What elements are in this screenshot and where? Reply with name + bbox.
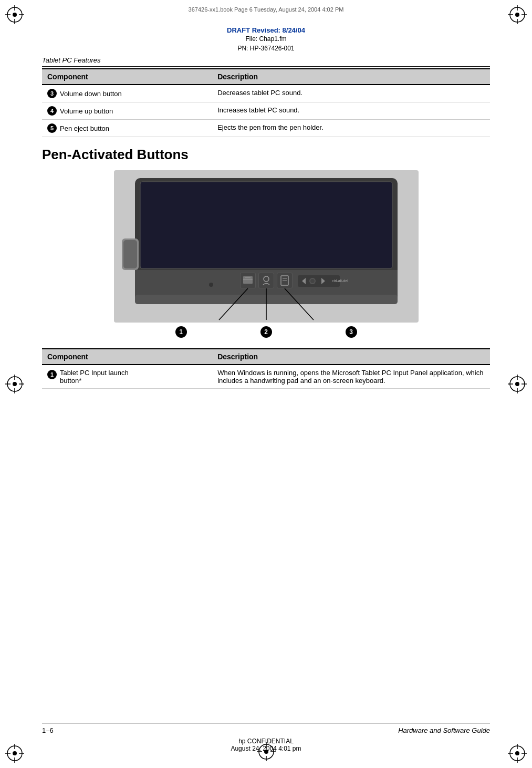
reg-mark-br [508,744,527,763]
footer-page-num: 1–6 [42,727,54,734]
svg-rect-51 [259,273,274,288]
section-heading: Pen-Activated Buttons [42,147,490,163]
table1-row2-desc: Increases tablet PC sound. [212,102,490,120]
svg-rect-38 [140,182,392,268]
callout-row: 1 2 3 [114,326,419,338]
svg-point-13 [13,751,17,755]
callout-2: 2 [260,326,272,338]
callout-3: 3 [346,326,357,338]
table1-row1-desc: Decreases tablet PC sound. [212,85,490,102]
svg-point-31 [515,382,519,386]
header-divider [42,66,490,67]
table1-row3-desc: Ejects the pen from the pen holder. [212,120,490,137]
svg-point-25 [13,382,17,386]
table2-header-component: Component [42,349,212,365]
top-file-info: 367426-xx1.book Page 6 Tuesday, August 2… [0,6,532,13]
svg-point-7 [515,13,519,17]
reg-mark-mr [508,375,527,393]
reg-mark-ml [5,375,24,393]
footer-content: 1–6 Hardware and Software Guide [42,727,490,734]
draft-title: DRAFT Revised: 8/24/04 [42,26,490,34]
table-row: 4 Volume up button Increases tablet PC s… [42,102,490,120]
main-content: Component Description 3 Volume down butt… [42,68,490,726]
svg-point-19 [515,751,519,755]
table2-row1-desc: When Windows is running, opens the Micro… [212,365,490,389]
table2-row1-component: 1 Tablet PC Input launchbutton* [42,365,212,389]
device-image-container: ctrl-alt-del 1 2 3 [114,170,419,338]
section-label: Tablet PC Features [42,56,490,64]
callout-1: 1 [175,326,187,338]
tablet-device-image: ctrl-alt-del [114,170,419,323]
table1-row3-component: 5 Pen eject button [42,120,212,137]
table-row: 3 Volume down button Decreases tablet PC… [42,85,490,102]
footer-divider [42,723,490,723]
page: 367426-xx1.book Page 6 Tuesday, August 2… [0,0,532,768]
svg-point-61 [310,279,315,283]
table-row: 1 Tablet PC Input launchbutton* When Win… [42,365,490,389]
component-table-1: Component Description 3 Volume down butt… [42,68,490,137]
svg-point-1 [13,13,17,17]
reg-mark-bl [5,744,24,763]
component-table-2: Component Description 1 Tablet PC Input … [42,348,490,389]
svg-rect-43 [123,240,137,268]
header-area: DRAFT Revised: 8/24/04 File: Chap1.fm PN… [42,26,490,67]
circle-num-3: 3 [47,89,57,98]
circle-num-1: 1 [47,370,57,379]
table1-row2-component: 4 Volume up button [42,102,212,120]
table-row: 5 Pen eject button Ejects the pen from t… [42,120,490,137]
svg-point-68 [264,750,268,754]
draft-pn-line: PN: HP-367426-001 [42,44,490,53]
circle-num-4: 4 [47,106,57,116]
table1-header-component: Component [42,69,212,85]
table1-header-description: Description [212,69,490,85]
svg-text:ctrl-alt-del: ctrl-alt-del [332,279,348,283]
second-table-wrapper: Component Description 1 Tablet PC Input … [42,348,490,389]
draft-file-line: File: Chap1.fm [42,34,490,44]
footer-title: Hardware and Software Guide [398,727,490,734]
table2-header-description: Description [212,349,490,365]
circle-num-5: 5 [47,123,57,133]
table1-row1-component: 3 Volume down button [42,85,212,102]
reg-mark-bc [257,742,276,763]
svg-point-44 [209,283,213,287]
draft-header: DRAFT Revised: 8/24/04 File: Chap1.fm PN… [42,26,490,53]
